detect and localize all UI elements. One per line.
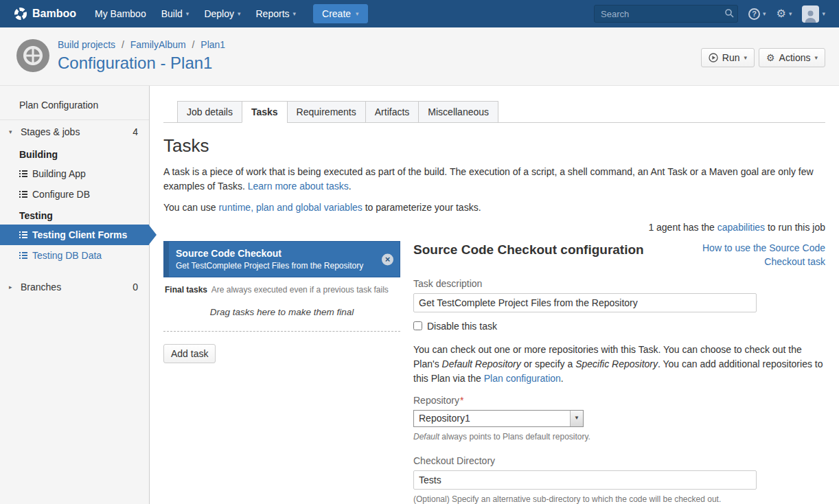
- stages-jobs-label: Stages & jobs: [21, 126, 80, 137]
- remove-task-button[interactable]: ×: [382, 253, 393, 265]
- disable-task-label: Disable this task: [427, 321, 497, 332]
- tab-tasks[interactable]: Tasks: [242, 101, 288, 123]
- sidebar-item-testing-db-data[interactable]: Testing DB Data: [0, 245, 149, 266]
- chevron-down-icon: ▾: [293, 11, 297, 17]
- stage-testing: Testing: [0, 205, 149, 225]
- add-task-label: Add task: [171, 348, 208, 359]
- header-actions: Run ▾ ⚙ Actions ▾: [701, 48, 825, 67]
- task-config-panel: Source Code Checkout configuration How t…: [413, 241, 825, 504]
- task-list-panel: Source Code Checkout Get TestComplete Pr…: [163, 241, 400, 363]
- checkout-directory-input[interactable]: [413, 470, 757, 490]
- search-icon[interactable]: [724, 8, 734, 18]
- nav-build-label: Build: [161, 8, 183, 19]
- agent-note-pre: 1 agent has the: [648, 222, 717, 233]
- required-indicator: *: [460, 395, 463, 406]
- repo-desc-post: .: [561, 373, 564, 384]
- tab-job-details[interactable]: Job details: [177, 101, 242, 123]
- select-dropdown-icon: ▼: [570, 411, 583, 426]
- plan-avatar: [16, 39, 49, 72]
- repo-desc-specific-repository: Specific Repository: [575, 358, 658, 369]
- admin-menu[interactable]: ⚙ ▾: [777, 8, 792, 19]
- breadcrumb: Build projects / FamilyAlbum / Plan1: [58, 39, 225, 50]
- help-doc-link[interactable]: How to use the Source Code Checkout task: [681, 241, 825, 269]
- nav-reports-label: Reports: [256, 8, 290, 19]
- bamboo-brand[interactable]: Bamboo: [14, 7, 76, 21]
- repository-description: You can check out one or more repositori…: [413, 343, 825, 386]
- task-card-subtitle: Get TestComplete Project Files from the …: [176, 261, 376, 271]
- branches-label: Branches: [21, 282, 61, 293]
- task-card-source-code-checkout[interactable]: Source Code Checkout Get TestComplete Pr…: [163, 241, 400, 277]
- run-button[interactable]: Run ▾: [701, 48, 755, 67]
- tab-artifacts[interactable]: Artifacts: [365, 101, 420, 123]
- nav-deploy-label: Deploy: [204, 8, 234, 19]
- disable-task-row[interactable]: Disable this task: [413, 321, 825, 332]
- sidebar-title: Plan Configuration: [0, 94, 149, 120]
- bamboo-logo-icon: [14, 7, 27, 21]
- brand-label: Bamboo: [32, 8, 76, 20]
- learn-more-link[interactable]: Learn more about tasks: [248, 181, 349, 192]
- repository-label: Repository*: [413, 395, 825, 406]
- run-icon: [709, 53, 718, 62]
- job-label: Testing Client Forms: [32, 229, 127, 240]
- add-task-button[interactable]: Add task: [163, 344, 216, 363]
- sidebar-item-stages-jobs[interactable]: ▾ Stages & jobs 4: [0, 120, 149, 144]
- task-card-title: Source Code Checkout: [176, 248, 376, 259]
- breadcrumb-plan1[interactable]: Plan1: [200, 39, 225, 50]
- task-description-input[interactable]: [413, 293, 757, 312]
- breadcrumb-build-projects[interactable]: Build projects: [58, 39, 115, 50]
- disable-task-checkbox[interactable]: [413, 321, 422, 330]
- job-label: Testing DB Data: [32, 250, 102, 261]
- final-tasks-dropzone[interactable]: Drag tasks here to make them final: [163, 299, 400, 332]
- chevron-down-icon: ▾: [763, 11, 766, 17]
- variables-note-pre: You can use: [163, 202, 218, 213]
- tab-miscellaneous[interactable]: Miscellaneous: [418, 101, 498, 123]
- sidebar-item-testing-client-forms[interactable]: Testing Client Forms: [0, 225, 149, 245]
- repository-select-value: Repository1: [414, 413, 570, 424]
- chevron-down-icon: ▾: [744, 55, 747, 61]
- tasks-intro: A task is a piece of work that is being …: [163, 165, 825, 194]
- repo-desc-default-repository: Default Repository: [442, 358, 521, 369]
- final-tasks-desc: Are always executed even if a previous t…: [211, 285, 389, 295]
- repository-label-text: Repository: [413, 395, 459, 406]
- plan-configuration-link[interactable]: Plan configuration: [484, 373, 561, 384]
- breadcrumb-familyalbum[interactable]: FamilyAlbum: [130, 39, 186, 50]
- repo-desc-mid1: or specify a: [521, 358, 575, 369]
- job-list-icon: [19, 231, 27, 239]
- nav-reports[interactable]: Reports ▾: [249, 0, 304, 27]
- sidebar: Plan Configuration ▾ Stages & jobs 4 Bui…: [0, 86, 150, 504]
- actions-button[interactable]: ⚙ Actions ▾: [759, 48, 825, 67]
- nav-my-bamboo[interactable]: My Bamboo: [87, 0, 154, 27]
- final-tasks-header: Final tasks Are always executed even if …: [163, 277, 400, 299]
- gear-icon: ⚙: [777, 8, 786, 19]
- search-input[interactable]: [594, 5, 738, 23]
- tab-bar: Job details Tasks Requirements Artifacts…: [163, 101, 825, 123]
- sidebar-item-building-app[interactable]: Building App: [0, 163, 149, 184]
- nav-build[interactable]: Build ▾: [154, 0, 197, 27]
- job-list-icon: [19, 170, 27, 178]
- agent-capabilities-note: 1 agent has the capabilities to run this…: [163, 222, 825, 233]
- search-box: [594, 5, 738, 23]
- variables-link[interactable]: runtime, plan and global variables: [218, 202, 362, 213]
- run-button-label: Run: [722, 52, 740, 63]
- create-button[interactable]: Create ▾: [313, 4, 368, 23]
- nav-deploy[interactable]: Deploy ▾: [196, 0, 248, 27]
- chevron-down-icon: ▾: [814, 55, 818, 61]
- select-arrow-glyph: ▼: [574, 415, 579, 421]
- repository-select[interactable]: Repository1 ▼: [413, 410, 584, 427]
- sidebar-item-configure-db[interactable]: Configure DB: [0, 184, 149, 205]
- repository-hint-rest: always points to Plans default repositor…: [439, 432, 590, 442]
- branches-count: 0: [133, 282, 138, 293]
- sidebar-item-branches[interactable]: ▸ Branches 0: [0, 275, 149, 299]
- user-menu[interactable]: ▾: [802, 5, 825, 23]
- variables-note-post: to parameterize your tasks.: [363, 202, 481, 213]
- job-label: Building App: [32, 168, 86, 179]
- gear-icon: ⚙: [766, 53, 775, 62]
- page-title: Configuration - Plan1: [58, 54, 225, 73]
- tab-requirements[interactable]: Requirements: [287, 101, 366, 123]
- actions-button-label: Actions: [779, 52, 811, 63]
- page-header: Build projects / FamilyAlbum / Plan1 Con…: [0, 27, 839, 86]
- capabilities-link[interactable]: capabilities: [717, 222, 765, 233]
- stage-building: Building: [0, 144, 149, 163]
- repository-hint: Default always points to Plans default r…: [413, 432, 825, 442]
- help-menu[interactable]: ? ▾: [748, 8, 766, 20]
